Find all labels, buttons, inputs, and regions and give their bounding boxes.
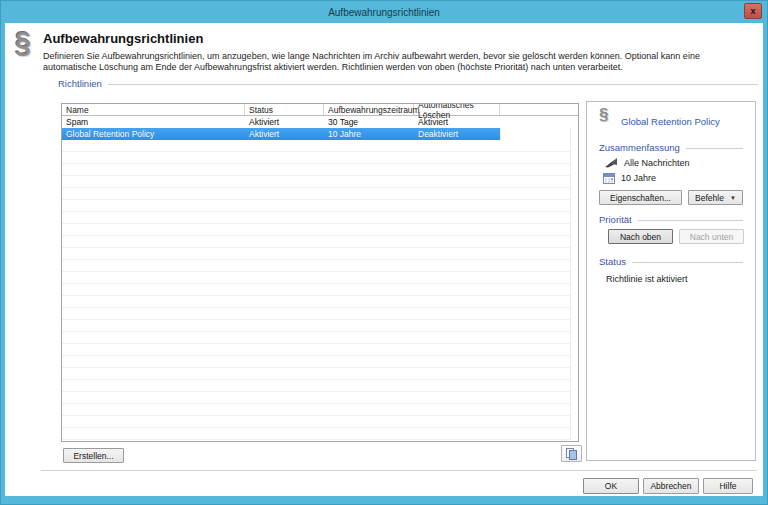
details-panel: § Global Retention Policy Zusammenfassun… bbox=[586, 101, 756, 461]
policies-table[interactable]: Name Status Aufbewahrungszeitraum Automa… bbox=[61, 103, 579, 442]
column-header-filler bbox=[500, 104, 578, 115]
help-button[interactable]: Hilfe bbox=[703, 478, 753, 494]
priority-label: Priorität bbox=[599, 214, 632, 225]
summary-period-text: 10 Jahre bbox=[621, 173, 656, 183]
column-header-status[interactable]: Status bbox=[245, 104, 324, 115]
summary-section-header: Zusammenfassung bbox=[599, 142, 743, 153]
commands-dropdown-button[interactable]: Befehle ▼ bbox=[688, 190, 743, 205]
column-header-period[interactable]: Aufbewahrungszeitraum bbox=[324, 104, 414, 115]
policies-section-label: Richtlinien bbox=[58, 78, 102, 89]
properties-button[interactable]: Eigenschaften... bbox=[599, 190, 682, 205]
ok-button[interactable]: OK bbox=[583, 478, 639, 494]
priority-section-header: Priorität bbox=[599, 214, 743, 225]
cell-name: Spam bbox=[62, 116, 245, 128]
message-scope-icon bbox=[604, 157, 618, 169]
footer-divider bbox=[41, 470, 757, 471]
copy-icon bbox=[565, 447, 578, 460]
move-up-label: Nach oben bbox=[620, 232, 661, 242]
chevron-down-icon: ▼ bbox=[730, 195, 736, 201]
table-row-selected[interactable]: Global Retention Policy Aktiviert 10 Jah… bbox=[62, 128, 500, 140]
column-divider bbox=[570, 116, 571, 441]
cell-status: Aktiviert bbox=[245, 128, 324, 140]
cell-name: Global Retention Policy bbox=[62, 128, 245, 140]
close-button[interactable]: x bbox=[744, 3, 762, 19]
section-sign-icon: § bbox=[599, 105, 608, 125]
calendar-icon bbox=[603, 172, 615, 184]
table-header-row: Name Status Aufbewahrungszeitraum Automa… bbox=[62, 104, 578, 116]
create-button-label: Erstellen... bbox=[73, 451, 113, 461]
cell-period: 10 Jahre bbox=[324, 128, 414, 140]
cancel-button-label: Abbrechen bbox=[650, 481, 691, 491]
summary-item-scope: Alle Nachrichten bbox=[604, 157, 690, 169]
cancel-button[interactable]: Abbrechen bbox=[643, 478, 699, 494]
table-row[interactable]: Spam Aktiviert 30 Tage Aktiviert bbox=[62, 116, 578, 128]
move-down-button: Nach unten bbox=[679, 229, 744, 244]
summary-scope-text: Alle Nachrichten bbox=[624, 158, 690, 168]
cell-period: 30 Tage bbox=[324, 116, 414, 128]
cell-status: Aktiviert bbox=[245, 116, 324, 128]
dialog-content: § Aufbewahrungsrichtlinien Definieren Si… bbox=[5, 23, 763, 496]
summary-label: Zusammenfassung bbox=[599, 142, 680, 153]
close-icon: x bbox=[750, 7, 755, 16]
policies-section-header: Richtlinien bbox=[58, 78, 758, 89]
ok-button-label: OK bbox=[605, 481, 617, 491]
cell-autodelete: Deaktiviert bbox=[414, 128, 500, 140]
commands-button-label: Befehle bbox=[695, 193, 724, 203]
move-down-label: Nach unten bbox=[690, 232, 733, 242]
titlebar: Aufbewahrungsrichtlinien bbox=[1, 1, 767, 23]
section-rule bbox=[638, 220, 743, 221]
status-section-header: Status bbox=[599, 256, 743, 267]
section-sign-icon: § bbox=[15, 26, 31, 59]
copy-button[interactable] bbox=[561, 445, 582, 462]
section-rule bbox=[632, 262, 743, 263]
column-header-autodelete[interactable]: Automatisches Löschen bbox=[414, 104, 500, 115]
summary-item-period: 10 Jahre bbox=[603, 172, 656, 184]
page-title: Aufbewahrungsrichtlinien bbox=[43, 31, 203, 46]
selected-policy-title: Global Retention Policy bbox=[621, 116, 720, 127]
create-button[interactable]: Erstellen... bbox=[63, 448, 124, 463]
section-rule bbox=[686, 148, 743, 149]
help-button-label: Hilfe bbox=[719, 481, 736, 491]
table-empty-grid bbox=[62, 140, 570, 441]
page-description: Definieren Sie Aufbewahrungsrichtlinien,… bbox=[43, 51, 751, 72]
window-title: Aufbewahrungsrichtlinien bbox=[328, 7, 440, 18]
properties-button-label: Eigenschaften... bbox=[610, 193, 671, 203]
move-up-button[interactable]: Nach oben bbox=[608, 229, 673, 244]
status-label: Status bbox=[599, 256, 626, 267]
column-header-name[interactable]: Name bbox=[62, 104, 245, 115]
section-rule bbox=[108, 84, 758, 85]
retention-policies-dialog: Aufbewahrungsrichtlinien x § Aufbewahrun… bbox=[0, 0, 768, 505]
policy-status-text: Richtlinie ist aktiviert bbox=[606, 274, 688, 284]
